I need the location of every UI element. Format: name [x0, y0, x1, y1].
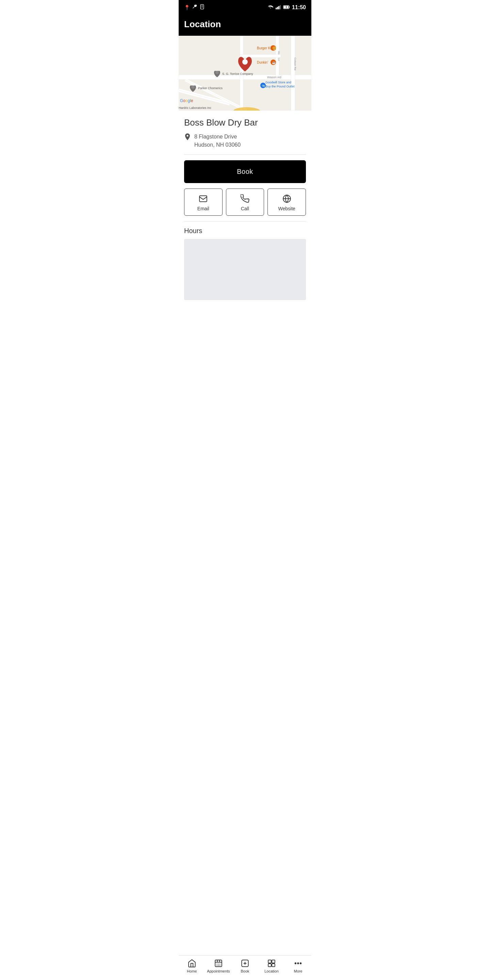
- phone-icon: [240, 194, 250, 203]
- svg-rect-12: [291, 36, 295, 111]
- svg-text:Hardric Laboratories Inc: Hardric Laboratories Inc: [179, 106, 212, 110]
- time-display: 11:50: [292, 5, 306, 11]
- book-button[interactable]: Book: [184, 160, 306, 183]
- wifi-icon: [267, 5, 274, 11]
- svg-point-28: [242, 59, 248, 65]
- email-label: Email: [197, 206, 209, 211]
- call-button[interactable]: Call: [226, 189, 264, 216]
- hours-content: [184, 239, 306, 300]
- svg-rect-6: [289, 6, 290, 8]
- svg-rect-1: [275, 8, 277, 9]
- book-section: Book: [179, 155, 311, 189]
- svg-text:☕: ☕: [272, 60, 276, 65]
- email-button[interactable]: Email: [184, 189, 223, 216]
- wrench-icon: [192, 4, 197, 11]
- svg-point-35: [191, 86, 195, 89]
- website-button[interactable]: Website: [267, 189, 306, 216]
- address-text: 8 Flagstone Drive Hudson, NH 03060: [194, 133, 240, 149]
- svg-point-29: [215, 71, 219, 74]
- location-pin-icon: [184, 134, 191, 143]
- email-icon: [199, 194, 208, 203]
- hours-title: Hours: [184, 227, 306, 235]
- page-title: Location: [184, 19, 306, 30]
- svg-text:Google: Google: [180, 98, 193, 103]
- svg-rect-4: [280, 5, 281, 9]
- page-header: Location: [179, 15, 311, 36]
- svg-text:Parker Chomerics: Parker Chomerics: [198, 86, 223, 90]
- status-icons-left: 📍: [184, 4, 205, 11]
- address-line2: Hudson, NH 03060: [194, 141, 240, 149]
- status-bar: 📍 11:50: [179, 0, 311, 15]
- svg-text:🍔: 🍔: [272, 46, 277, 50]
- battery-icon: [283, 5, 290, 11]
- pin-icon: 📍: [184, 5, 190, 10]
- call-label: Call: [241, 206, 249, 211]
- status-icons-right: 11:50: [267, 5, 306, 11]
- svg-rect-0: [200, 5, 204, 9]
- address-container: 8 Flagstone Drive Hudson, NH 03060: [184, 133, 306, 149]
- svg-text:Colson Rd: Colson Rd: [294, 57, 297, 70]
- map-view[interactable]: Wason Rd Colson Rd Holly Ln Burger King …: [179, 36, 311, 111]
- signal-icon: [275, 5, 281, 11]
- website-label: Website: [278, 206, 295, 211]
- business-info: Boss Blow Dry Bar 8 Flagstone Drive Huds…: [179, 111, 311, 154]
- svg-text:Wason Rd: Wason Rd: [267, 76, 282, 79]
- svg-text:Dunkin': Dunkin': [257, 60, 268, 64]
- action-buttons: Email Call Website: [179, 189, 311, 221]
- business-name: Boss Blow Dry Bar: [184, 118, 306, 128]
- svg-rect-21: [240, 54, 281, 57]
- svg-text:Buy the Pound Outlet: Buy the Pound Outlet: [266, 85, 295, 88]
- svg-text:Goodwill Store and: Goodwill Store and: [266, 81, 291, 84]
- hours-section: Hours: [179, 221, 311, 305]
- svg-rect-3: [278, 6, 279, 9]
- sim-icon: [199, 4, 205, 11]
- svg-rect-40: [199, 196, 207, 202]
- svg-text:🛍: 🛍: [262, 84, 265, 88]
- svg-text:S. G. Torrice Company: S. G. Torrice Company: [222, 72, 253, 76]
- address-line1: 8 Flagstone Drive: [194, 133, 240, 141]
- svg-rect-2: [277, 7, 278, 9]
- globe-icon: [282, 194, 291, 203]
